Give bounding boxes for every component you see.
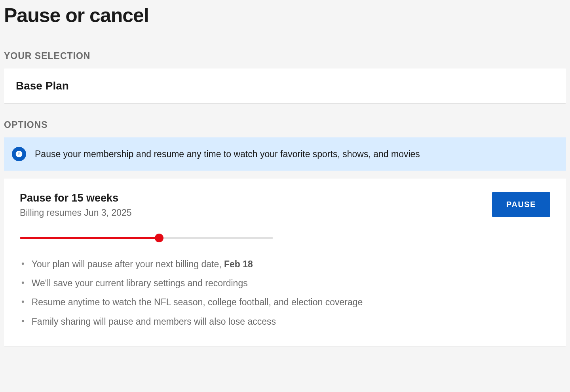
- pause-duration-title: Pause for 15 weeks: [20, 192, 132, 204]
- options-label: OPTIONS: [4, 120, 566, 130]
- your-selection-label: YOUR SELECTION: [4, 51, 566, 61]
- plan-name: Base Plan: [16, 80, 554, 92]
- pause-card: Pause for 15 weeks Billing resumes Jun 3…: [4, 179, 566, 346]
- bullet-text: Resume anytime to watch the NFL season, …: [32, 296, 363, 308]
- billing-resumes-text: Billing resumes Jun 3, 2025: [20, 207, 132, 218]
- plan-card: Base Plan: [4, 69, 566, 104]
- list-item: Family sharing will pause and members wi…: [21, 315, 550, 328]
- next-billing-date: Feb 18: [224, 259, 253, 269]
- bullet-text: Family sharing will pause and members wi…: [32, 315, 276, 328]
- bullet-text: We'll save your current library settings…: [32, 277, 248, 289]
- pause-duration-slider[interactable]: [20, 234, 273, 242]
- list-item: Your plan will pause after your next bil…: [21, 258, 550, 270]
- bullet-text: Your plan will pause after your next bil…: [32, 259, 224, 269]
- clock-icon: [12, 147, 26, 161]
- info-banner-text: Pause your membership and resume any tim…: [35, 149, 420, 160]
- slider-thumb[interactable]: [155, 234, 163, 242]
- pause-button[interactable]: PAUSE: [492, 192, 550, 217]
- pause-info-banner: Pause your membership and resume any tim…: [4, 137, 566, 171]
- pause-details-list: Your plan will pause after your next bil…: [20, 258, 550, 328]
- slider-fill: [20, 237, 159, 239]
- page-title: Pause or cancel: [4, 4, 566, 27]
- list-item: We'll save your current library settings…: [21, 277, 550, 289]
- list-item: Resume anytime to watch the NFL season, …: [21, 296, 550, 308]
